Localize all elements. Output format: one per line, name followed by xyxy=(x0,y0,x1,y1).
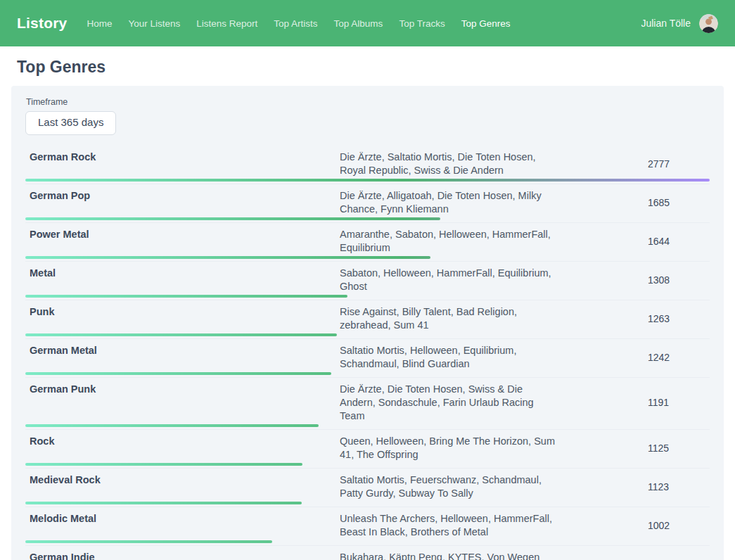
genre-row: German Indie Bukahara, Käptn Peng, KYTES… xyxy=(25,546,710,560)
genre-count: 1002 xyxy=(556,520,710,531)
genre-name: German Metal xyxy=(25,344,340,371)
genre-row: Melodic Metal Unleash The Archers, Hello… xyxy=(25,507,710,546)
genre-row: German Pop Die Ärzte, Alligatoah, Die To… xyxy=(25,184,710,223)
genre-artists: Queen, Helloween, Bring Me The Horizon, … xyxy=(340,435,556,462)
genre-count: 1644 xyxy=(556,236,710,247)
nav-item-top-genres[interactable]: Top Genres xyxy=(461,18,511,29)
genre-artists: Amaranthe, Sabaton, Helloween, HammerFal… xyxy=(340,228,556,255)
genre-bar-track xyxy=(25,540,710,543)
genre-row: Rock Queen, Helloween, Bring Me The Hori… xyxy=(25,430,710,469)
genre-name: German Pop xyxy=(25,189,340,216)
genre-artists: Die Ärzte, Alligatoah, Die Toten Hosen, … xyxy=(340,189,556,216)
genre-bar-track xyxy=(25,424,710,427)
genre-count: 1125 xyxy=(556,443,710,454)
genre-bar-track xyxy=(25,372,710,375)
user-name[interactable]: Julian Tölle xyxy=(641,18,691,29)
genre-count: 2777 xyxy=(556,158,710,170)
genre-bar xyxy=(25,372,331,375)
main-nav: HomeYour ListensListens ReportTop Artist… xyxy=(87,18,641,29)
genre-artists: Unleash The Archers, Helloween, HammerFa… xyxy=(340,512,556,539)
main-content: Top Genres Timeframe Last 365 days Germa… xyxy=(0,58,735,560)
genre-row: Medieval Rock Saltatio Mortis, Feuerschw… xyxy=(25,469,710,507)
genre-artists: Bukahara, Käptn Peng, KYTES, Von Wegen L… xyxy=(340,551,556,560)
genres-table: German Rock Die Ärzte, Saltatio Mortis, … xyxy=(25,146,710,560)
genre-artists: Die Ärzte, Saltatio Mortis, Die Toten Ho… xyxy=(340,151,556,177)
genre-name: Rock xyxy=(25,435,340,462)
genre-bar xyxy=(25,424,319,427)
genre-bar-track xyxy=(25,217,710,220)
genre-row: Metal Sabaton, Helloween, HammerFall, Eq… xyxy=(25,262,710,300)
genre-bar-track xyxy=(25,256,710,259)
genre-bar xyxy=(25,217,440,220)
genre-name: Power Metal xyxy=(25,228,340,255)
genre-bar xyxy=(25,502,302,504)
genre-row: German Rock Die Ärzte, Saltatio Mortis, … xyxy=(25,146,710,184)
top-genres-card: Timeframe Last 365 days German Rock Die … xyxy=(11,86,724,560)
genre-name: Medieval Rock xyxy=(25,473,340,500)
timeframe-label: Timeframe xyxy=(26,97,710,107)
genre-bar-track xyxy=(25,333,710,336)
genre-count: 1308 xyxy=(556,274,710,286)
genre-name: Punk xyxy=(25,305,340,332)
genre-count: 1685 xyxy=(556,197,710,208)
nav-item-listens-report[interactable]: Listens Report xyxy=(196,18,257,29)
page-title: Top Genres xyxy=(17,58,735,76)
genre-row: German Metal Saltatio Mortis, Helloween,… xyxy=(25,339,710,378)
genre-artists: Die Ärzte, Die Toten Hosen, Swiss & Die … xyxy=(340,383,556,423)
nav-item-top-artists[interactable]: Top Artists xyxy=(274,18,317,29)
genre-count: 1263 xyxy=(556,313,710,324)
genre-bar-track xyxy=(25,502,710,504)
genre-artists: Saltatio Mortis, Helloween, Equilibrium,… xyxy=(340,344,556,371)
genre-name: Metal xyxy=(25,267,340,293)
genre-name: Melodic Metal xyxy=(25,512,340,539)
app-header: Listory HomeYour ListensListens ReportTo… xyxy=(0,0,735,46)
timeframe-select-button[interactable]: Last 365 days xyxy=(25,111,116,135)
user-avatar[interactable] xyxy=(699,14,718,33)
genre-artists: Sabaton, Helloween, HammerFall, Equilibr… xyxy=(340,267,556,293)
genre-name: German Rock xyxy=(25,151,340,177)
nav-item-top-tracks[interactable]: Top Tracks xyxy=(399,18,445,29)
genre-count: 1123 xyxy=(556,481,710,492)
brand-logo[interactable]: Listory xyxy=(17,15,67,32)
genre-bar xyxy=(25,463,302,466)
genre-bar-track xyxy=(25,463,710,466)
genre-artists: Saltatio Mortis, Feuerschwanz, Schandmau… xyxy=(340,473,556,500)
genre-bar-track xyxy=(25,179,710,182)
genre-name: German Punk xyxy=(25,383,340,423)
genre-artists: Rise Against, Billy Talent, Bad Religion… xyxy=(340,305,556,332)
genre-bar-track xyxy=(25,295,710,298)
genre-bar xyxy=(25,256,430,259)
genre-bar xyxy=(25,333,337,336)
nav-item-your-listens[interactable]: Your Listens xyxy=(128,18,180,29)
genre-bar xyxy=(25,179,710,182)
genre-row: German Punk Die Ärzte, Die Toten Hosen, … xyxy=(25,378,710,430)
genre-row: Punk Rise Against, Billy Talent, Bad Rel… xyxy=(25,300,710,339)
genre-count: 1242 xyxy=(556,352,710,363)
genre-name: German Indie xyxy=(25,551,340,560)
genre-bar xyxy=(25,540,272,543)
nav-item-home[interactable]: Home xyxy=(87,18,112,29)
genre-bar xyxy=(25,295,347,298)
genre-row: Power Metal Amaranthe, Sabaton, Hellowee… xyxy=(25,223,710,262)
nav-item-top-albums[interactable]: Top Albums xyxy=(334,18,383,29)
genre-count: 1191 xyxy=(556,397,710,408)
